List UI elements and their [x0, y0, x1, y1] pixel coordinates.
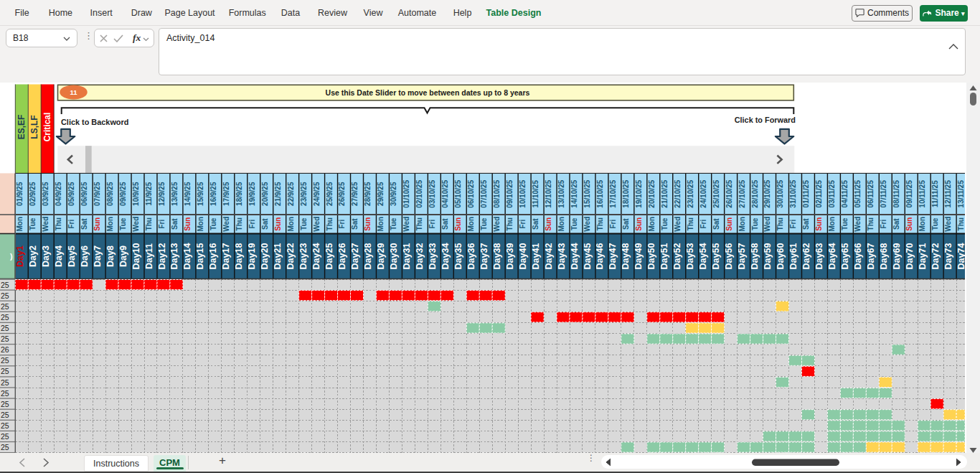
svg-text:Day10: Day10 [131, 243, 141, 270]
svg-text:Day47: Day47 [608, 243, 618, 270]
svg-text:Sat: Sat [892, 218, 900, 230]
svg-text:20/10/25: 20/10/25 [648, 179, 656, 207]
svg-text:04/9/25: 04/9/25 [55, 182, 62, 206]
svg-text:Sat: Sat [803, 218, 811, 230]
svg-text:02/9/25: 02/9/25 [29, 182, 37, 206]
svg-text:07/10/25: 07/10/25 [480, 179, 488, 207]
svg-text:25: 25 [1, 334, 9, 343]
svg-text:12/11/25: 12/11/25 [944, 180, 952, 208]
svg-text:Sun: Sun [815, 217, 823, 231]
svg-text:04/10/25: 04/10/25 [441, 179, 449, 207]
svg-text:03/9/25: 03/9/25 [42, 182, 50, 206]
svg-text:01/9/25: 01/9/25 [16, 182, 24, 206]
svg-text:24/10/25: 24/10/25 [699, 179, 707, 207]
svg-text:Sun: Sun [184, 217, 192, 231]
svg-text:21/10/25: 21/10/25 [661, 179, 669, 207]
svg-text:25: 25 [1, 313, 9, 322]
svg-text:29/10/25: 29/10/25 [764, 179, 772, 207]
svg-text:Day35: Day35 [453, 243, 463, 270]
svg-text:Day67: Day67 [866, 243, 876, 270]
svg-text:Wed: Wed [42, 217, 50, 232]
svg-text:Day24: Day24 [311, 243, 321, 270]
svg-text:25: 25 [1, 367, 9, 375]
svg-text:Day57: Day57 [737, 243, 747, 270]
svg-text:Fri: Fri [248, 220, 256, 229]
svg-text:Day65: Day65 [840, 243, 850, 270]
svg-text:24/9/25: 24/9/25 [313, 182, 321, 206]
svg-text:Day11: Day11 [144, 243, 154, 269]
svg-text:Day12: Day12 [157, 243, 167, 270]
svg-text:Day41: Day41 [531, 243, 541, 270]
svg-text:25: 25 [1, 356, 9, 365]
svg-text:09/10/25: 09/10/25 [506, 179, 514, 207]
svg-text:08/9/25: 08/9/25 [106, 182, 114, 206]
svg-text:Day37: Day37 [479, 243, 489, 270]
svg-text:Critical: Critical [42, 113, 52, 142]
svg-text:Tue: Tue [390, 217, 397, 230]
svg-text:Tue: Tue [931, 217, 939, 230]
svg-text:Thu: Thu [506, 217, 514, 230]
svg-text:Sat: Sat [261, 218, 269, 230]
svg-text:09/9/25: 09/9/25 [119, 182, 127, 206]
svg-text:06/10/25: 06/10/25 [467, 179, 475, 207]
svg-text:13/10/25: 13/10/25 [557, 179, 565, 207]
svg-text:25: 25 [1, 324, 9, 332]
svg-text:Sat: Sat [352, 218, 359, 230]
svg-text:31/10/25: 31/10/25 [790, 179, 798, 207]
svg-text:02/10/25: 02/10/25 [415, 179, 423, 207]
svg-text:Wed: Wed [854, 217, 862, 232]
svg-text:Thu: Thu [867, 217, 875, 230]
svg-text:Thu: Thu [777, 217, 785, 230]
svg-text:Day62: Day62 [801, 243, 811, 270]
svg-text:Mon: Mon [467, 217, 475, 232]
svg-text:12/9/25: 12/9/25 [158, 182, 166, 206]
svg-text:Day18: Day18 [234, 243, 244, 270]
svg-text:27/9/25: 27/9/25 [352, 182, 359, 206]
svg-text:Day34: Day34 [440, 243, 451, 270]
svg-text:Tue: Tue [841, 217, 849, 230]
svg-text:Thu: Thu [415, 217, 423, 230]
svg-text:Sat: Sat [712, 218, 720, 230]
svg-text:30/10/25: 30/10/25 [777, 179, 785, 207]
svg-text:11/10/25: 11/10/25 [532, 180, 540, 208]
svg-text:Day25: Day25 [324, 243, 334, 270]
svg-text:Sat: Sat [80, 218, 88, 230]
svg-text:25: 25 [1, 411, 9, 419]
svg-text:Day21: Day21 [273, 243, 283, 270]
svg-text:Day1: Day1 [15, 245, 25, 267]
svg-text:Day5: Day5 [67, 245, 77, 267]
svg-text:Day14: Day14 [182, 243, 192, 270]
svg-text:Day4: Day4 [54, 245, 64, 267]
svg-text:Fri: Fri [428, 220, 436, 229]
svg-text:Sun: Sun [93, 217, 101, 231]
svg-text:10/9/25: 10/9/25 [132, 182, 140, 206]
svg-text:04/11/25: 04/11/25 [841, 180, 849, 208]
svg-text:05/10/25: 05/10/25 [454, 179, 462, 207]
svg-text:Fri: Fri [67, 220, 75, 229]
svg-text:Mon: Mon [106, 217, 114, 232]
svg-text:Fri: Fri [339, 220, 347, 229]
svg-text:Day49: Day49 [633, 243, 644, 270]
svg-text:Fri: Fri [880, 220, 887, 229]
svg-text:02/11/25: 02/11/25 [815, 180, 823, 208]
svg-text:Wed: Wed [222, 217, 230, 232]
svg-text:Day15: Day15 [195, 243, 205, 270]
svg-text:Day48: Day48 [621, 243, 631, 270]
svg-text:Use this Date Slider to move b: Use this Date Slider to move between dat… [326, 88, 530, 97]
svg-text:LS,LF: LS,LF [29, 115, 39, 139]
svg-text:11/11/25: 11/11/25 [931, 180, 939, 207]
svg-text:Click to Forward: Click to Forward [735, 116, 796, 124]
svg-text:19/10/25: 19/10/25 [635, 179, 643, 207]
svg-text:Mon: Mon [197, 217, 204, 232]
svg-text:30/9/25: 30/9/25 [390, 182, 397, 206]
svg-text:Day64: Day64 [827, 243, 837, 270]
svg-text:07/9/25: 07/9/25 [93, 182, 101, 206]
svg-text:Day38: Day38 [492, 243, 502, 270]
svg-text:Day2: Day2 [28, 245, 38, 267]
svg-text:25/9/25: 25/9/25 [326, 182, 334, 206]
svg-text:Tue: Tue [751, 217, 759, 230]
svg-text:Tue: Tue [480, 217, 488, 230]
svg-text:01/11/25: 01/11/25 [803, 180, 811, 208]
svg-text:Mon: Mon [16, 217, 24, 232]
svg-text:17/9/25: 17/9/25 [222, 182, 230, 206]
